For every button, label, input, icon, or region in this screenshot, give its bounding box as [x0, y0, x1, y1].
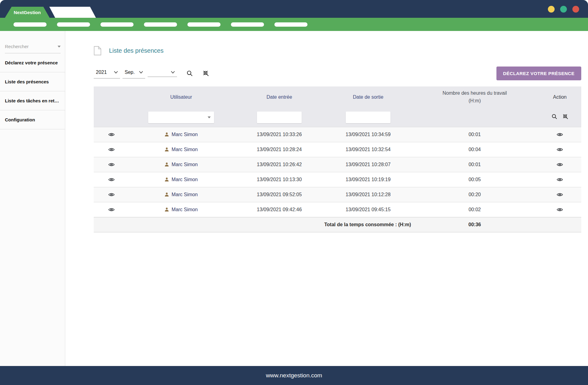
hours-value: 00:01 — [411, 127, 538, 142]
user-name[interactable]: Marc Simon — [172, 177, 198, 182]
content-area: Liste des présences 2021 Sep. — [65, 31, 588, 366]
action-view-icon[interactable] — [556, 131, 563, 138]
view-row-icon[interactable] — [108, 191, 115, 198]
window-dot-green[interactable] — [560, 6, 567, 13]
clear-search-button[interactable] — [202, 70, 209, 77]
date-in-value: 13/09/2021 10:13:30 — [233, 172, 325, 187]
total-label: Total de la temps consommée : (H:m) — [94, 217, 411, 232]
extra-select[interactable] — [148, 70, 177, 77]
sidebar-item-liste-des-taches[interactable]: Liste des tâches en ret… — [0, 91, 65, 110]
search-off-icon — [202, 70, 209, 77]
chevron-down-icon — [114, 71, 118, 74]
nav-pill-3[interactable] — [100, 22, 134, 27]
table-search-icon[interactable] — [551, 113, 558, 120]
search-button[interactable] — [186, 70, 193, 77]
person-icon — [164, 207, 169, 212]
column-header-heures-line2: (H:m) — [411, 97, 538, 105]
date-out-value: 13/09/2021 10:12:28 — [325, 187, 411, 202]
total-value: 00:36 — [411, 217, 538, 232]
column-header-view — [94, 86, 129, 108]
user-name[interactable]: Marc Simon — [172, 207, 198, 212]
person-icon — [164, 162, 169, 167]
action-view-icon[interactable] — [556, 176, 563, 183]
sidebar-item-declarez-votre-presence[interactable]: Déclarez votre présence — [0, 53, 65, 72]
document-icon — [94, 46, 101, 55]
nav-pill-1[interactable] — [13, 22, 47, 27]
sidebar-item-label: Liste des tâches en ret… — [5, 98, 59, 103]
date-out-value: 13/09/2021 10:34:59 — [325, 127, 411, 142]
sidebar-search-select[interactable]: Rechercher — [5, 44, 61, 53]
nav-pill-4[interactable] — [144, 22, 177, 27]
window-dot-red[interactable] — [572, 6, 579, 13]
period-filters: 2021 Sep. — [94, 68, 209, 78]
user-name[interactable]: Marc Simon — [172, 162, 198, 167]
action-view-icon[interactable] — [556, 146, 563, 153]
secondary-tab-shape — [49, 7, 96, 18]
window-dot-yellow[interactable] — [548, 6, 555, 13]
chevron-down-icon — [208, 116, 211, 118]
date-out-value: 13/09/2021 10:28:07 — [325, 157, 411, 172]
view-row-icon[interactable] — [108, 161, 115, 168]
view-row-icon[interactable] — [108, 146, 115, 153]
page-title-row: Liste des présences — [94, 31, 581, 55]
filter-cell-date-out — [325, 108, 411, 127]
column-header-date-entree[interactable]: Date entrée — [233, 86, 325, 108]
total-empty-cell — [538, 217, 581, 232]
table-row: Marc Simon 13/09/2021 09:52:05 13/09/202… — [94, 187, 581, 202]
view-row-icon[interactable] — [108, 131, 115, 138]
sidebar-item-liste-des-presences[interactable]: Liste des présences — [0, 72, 65, 91]
hours-value: 00:05 — [411, 172, 538, 187]
month-select[interactable]: Sep. — [123, 68, 145, 78]
table-row: Marc Simon 13/09/2021 09:42:46 13/09/202… — [94, 202, 581, 217]
filter-cell-user — [129, 108, 233, 127]
main-nav-bar — [0, 18, 588, 31]
person-icon — [164, 177, 169, 182]
hours-value: 00:02 — [411, 202, 538, 217]
user-filter-select[interactable] — [148, 112, 214, 123]
presence-table: Utilisateur Date entrée Date de sortie N… — [94, 86, 581, 232]
nav-pill-7[interactable] — [274, 22, 307, 27]
filter-cell-hours — [411, 108, 538, 127]
table-row: Marc Simon 13/09/2021 10:28:24 13/09/202… — [94, 142, 581, 157]
footer: www.nextgestion.com — [0, 366, 588, 385]
brand-logo-text: NextGestion — [14, 10, 41, 15]
date-out-filter-input[interactable] — [346, 112, 390, 123]
action-view-icon[interactable] — [556, 161, 563, 168]
year-select[interactable]: 2021 — [94, 68, 120, 78]
nav-pill-6[interactable] — [231, 22, 264, 27]
brand-tab[interactable]: NextGestion — [5, 7, 50, 18]
column-header-utilisateur[interactable]: Utilisateur — [129, 86, 233, 108]
user-name[interactable]: Marc Simon — [172, 192, 198, 197]
date-in-value: 13/09/2021 10:33:26 — [233, 127, 325, 142]
chevron-down-icon — [139, 71, 143, 74]
action-view-icon[interactable] — [556, 191, 563, 198]
date-in-filter-input[interactable] — [257, 112, 302, 123]
filter-cell-empty — [94, 108, 129, 127]
page-title: Liste des présences — [109, 47, 164, 54]
toolbar: 2021 Sep. — [94, 67, 581, 80]
person-icon — [164, 192, 169, 197]
footer-url[interactable]: www.nextgestion.com — [266, 372, 322, 379]
nav-pill-5[interactable] — [187, 22, 221, 27]
hours-value: 00:01 — [411, 157, 538, 172]
view-row-icon[interactable] — [108, 176, 115, 183]
nav-pill-2[interactable] — [57, 22, 90, 27]
declare-presence-button[interactable]: DÉCLAREZ VOTRE PRÉSENCE — [496, 67, 581, 80]
hours-value: 00:20 — [411, 187, 538, 202]
hours-value: 00:04 — [411, 142, 538, 157]
month-select-value: Sep. — [125, 70, 135, 75]
sidebar: Rechercher Déclarez votre présence Liste… — [0, 31, 65, 366]
date-in-value: 13/09/2021 09:42:46 — [233, 202, 325, 217]
person-icon — [164, 132, 169, 137]
sidebar-item-label: Liste des présences — [5, 79, 49, 84]
column-header-heures-line1: Nombre des heures du travail — [411, 90, 538, 97]
chevron-down-icon — [58, 46, 61, 48]
sidebar-item-configuration[interactable]: Configuration — [0, 110, 65, 129]
view-row-icon[interactable] — [108, 206, 115, 213]
column-header-date-sortie[interactable]: Date de sortie — [325, 86, 411, 108]
action-view-icon[interactable] — [556, 206, 563, 213]
table-search-off-icon[interactable] — [562, 113, 569, 120]
user-name[interactable]: Marc Simon — [172, 147, 198, 152]
date-out-value: 13/09/2021 10:32:54 — [325, 142, 411, 157]
user-name[interactable]: Marc Simon — [172, 132, 198, 137]
